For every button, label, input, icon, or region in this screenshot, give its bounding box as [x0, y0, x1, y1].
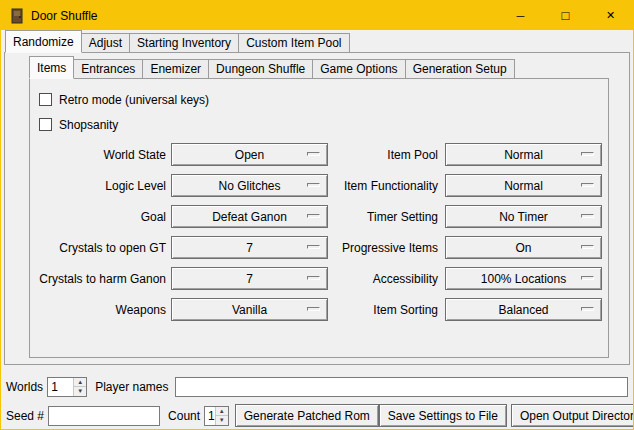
minimize-button[interactable]: ─ — [498, 1, 543, 30]
world-state-value: Open — [235, 148, 264, 162]
window-title: Door Shuffle — [31, 9, 498, 23]
player-names-label: Player names — [95, 380, 168, 394]
retro-mode-checkbox[interactable] — [39, 93, 52, 106]
app-icon[interactable] — [9, 8, 25, 24]
tab-dungeon-shuffle[interactable]: Dungeon Shuffle — [208, 59, 313, 79]
spin-up-icon[interactable]: ▲ — [215, 407, 228, 417]
dropdown-indicator-icon — [581, 307, 594, 311]
weapons-dropdown[interactable]: Vanilla — [171, 298, 328, 321]
titlebar[interactable]: Door Shuffle ─ □ ✕ — [1, 1, 633, 30]
maximize-button[interactable]: □ — [543, 1, 588, 30]
count-spinner[interactable]: 1 ▲ ▼ — [204, 406, 229, 426]
tab-game-options[interactable]: Game Options — [312, 59, 405, 79]
tab-enemizer[interactable]: Enemizer — [142, 59, 209, 79]
worlds-row: Worlds 1 ▲ ▼ Player names — [6, 376, 628, 397]
timer-setting-dropdown[interactable]: No Timer — [445, 205, 602, 228]
spin-down-icon[interactable]: ▼ — [215, 416, 228, 425]
progressive-items-label: Progressive Items — [334, 241, 438, 255]
retro-mode-row: Retro mode (universal keys) — [30, 87, 608, 112]
goal-dropdown[interactable]: Defeat Ganon — [171, 205, 328, 228]
dropdown-indicator-icon — [307, 245, 320, 249]
dropdown-indicator-icon — [581, 245, 594, 249]
seed-input[interactable] — [48, 406, 160, 426]
progressive-items-dropdown[interactable]: On — [445, 236, 602, 259]
spin-down-icon[interactable]: ▼ — [73, 387, 86, 396]
dropdown-indicator-icon — [581, 214, 594, 218]
tab-entrances[interactable]: Entrances — [73, 59, 143, 79]
item-functionality-value: Normal — [504, 179, 543, 193]
close-icon: ✕ — [606, 9, 615, 22]
timer-setting-value: No Timer — [499, 210, 548, 224]
dropdown-indicator-icon — [307, 152, 320, 156]
door-shuffle-window: Door Shuffle ─ □ ✕ Randomize Adjust Star… — [0, 0, 634, 430]
option-row: Crystals to harm Ganon 7 Accessibility 1… — [33, 263, 608, 294]
option-row: Crystals to open GT 7 Progressive Items … — [33, 232, 608, 263]
main-tab-bar: Randomize Adjust Starting Inventory Cust… — [1, 30, 633, 53]
shopsanity-checkbox[interactable] — [39, 118, 52, 131]
weapons-label: Weapons — [33, 303, 166, 317]
tab-items[interactable]: Items — [29, 56, 74, 79]
accessibility-value: 100% Locations — [481, 272, 566, 286]
item-functionality-label: Item Functionality — [334, 179, 438, 193]
crystals-ganon-dropdown[interactable]: 7 — [171, 267, 328, 290]
player-names-input[interactable] — [175, 377, 629, 397]
spin-up-icon[interactable]: ▲ — [73, 378, 86, 388]
tab-starting-inventory[interactable]: Starting Inventory — [129, 33, 239, 53]
logic-level-dropdown[interactable]: No Glitches — [171, 174, 328, 197]
goal-value: Defeat Ganon — [212, 210, 287, 224]
shopsanity-label: Shopsanity — [59, 118, 118, 132]
item-functionality-dropdown[interactable]: Normal — [445, 174, 602, 197]
accessibility-dropdown[interactable]: 100% Locations — [445, 267, 602, 290]
options-grid: World State Open Item Pool Normal Logic … — [30, 139, 608, 325]
minimize-icon: ─ — [517, 10, 525, 22]
logic-level-label: Logic Level — [33, 179, 166, 193]
tab-adjust[interactable]: Adjust — [81, 33, 130, 53]
worlds-spinner[interactable]: 1 ▲ ▼ — [47, 377, 87, 397]
crystals-gt-value: 7 — [246, 241, 253, 255]
generate-patched-rom-button[interactable]: Generate Patched Rom — [235, 404, 379, 427]
logic-level-value: No Glitches — [218, 179, 280, 193]
sub-tab-bar: Items Entrances Enemizer Dungeon Shuffle… — [5, 56, 629, 79]
crystals-ganon-label: Crystals to harm Ganon — [33, 272, 166, 286]
bottom-bar: Worlds 1 ▲ ▼ Player names Seed # Count 1 — [1, 376, 633, 427]
worlds-label: Worlds — [6, 380, 43, 394]
close-button[interactable]: ✕ — [588, 1, 633, 30]
dropdown-indicator-icon — [581, 276, 594, 280]
tab-generation-setup[interactable]: Generation Setup — [405, 59, 515, 79]
goal-label: Goal — [33, 210, 166, 224]
option-row: Goal Defeat Ganon Timer Setting No Timer — [33, 201, 608, 232]
item-sorting-label: Item Sorting — [334, 303, 438, 317]
accessibility-label: Accessibility — [334, 272, 438, 286]
dropdown-indicator-icon — [307, 307, 320, 311]
world-state-dropdown[interactable]: Open — [171, 143, 328, 166]
tab-custom-item-pool[interactable]: Custom Item Pool — [238, 33, 349, 53]
option-row: Logic Level No Glitches Item Functionali… — [33, 170, 608, 201]
dropdown-indicator-icon — [307, 183, 320, 187]
timer-setting-label: Timer Setting — [334, 210, 438, 224]
worlds-spinner-buttons: ▲ ▼ — [73, 378, 86, 396]
option-row: World State Open Item Pool Normal — [33, 139, 608, 170]
dropdown-indicator-icon — [581, 152, 594, 156]
progressive-items-value: On — [515, 241, 531, 255]
crystals-gt-dropdown[interactable]: 7 — [171, 236, 328, 259]
seed-row: Seed # Count 1 ▲ ▼ Generate Patched Rom … — [6, 404, 628, 427]
randomize-tab-panel: Items Entrances Enemizer Dungeon Shuffle… — [4, 52, 630, 365]
crystals-ganon-value: 7 — [246, 272, 253, 286]
save-settings-button[interactable]: Save Settings to File — [379, 404, 507, 427]
count-label: Count — [168, 409, 200, 423]
shopsanity-row: Shopsanity — [30, 112, 608, 137]
tab-randomize[interactable]: Randomize — [5, 30, 82, 53]
open-output-directory-button[interactable]: Open Output Directory — [511, 404, 634, 427]
retro-mode-label: Retro mode (universal keys) — [59, 93, 209, 107]
count-spinner-buttons: ▲ ▼ — [215, 407, 228, 425]
dropdown-indicator-icon — [581, 183, 594, 187]
weapons-value: Vanilla — [232, 303, 267, 317]
item-pool-value: Normal — [504, 148, 543, 162]
crystals-gt-label: Crystals to open GT — [33, 241, 166, 255]
items-tab-panel: Retro mode (universal keys) Shopsanity W… — [29, 78, 609, 358]
count-value: 1 — [205, 407, 215, 425]
item-sorting-dropdown[interactable]: Balanced — [445, 298, 602, 321]
option-row: Weapons Vanilla Item Sorting Balanced — [33, 294, 608, 325]
item-pool-dropdown[interactable]: Normal — [445, 143, 602, 166]
worlds-value: 1 — [48, 378, 73, 396]
